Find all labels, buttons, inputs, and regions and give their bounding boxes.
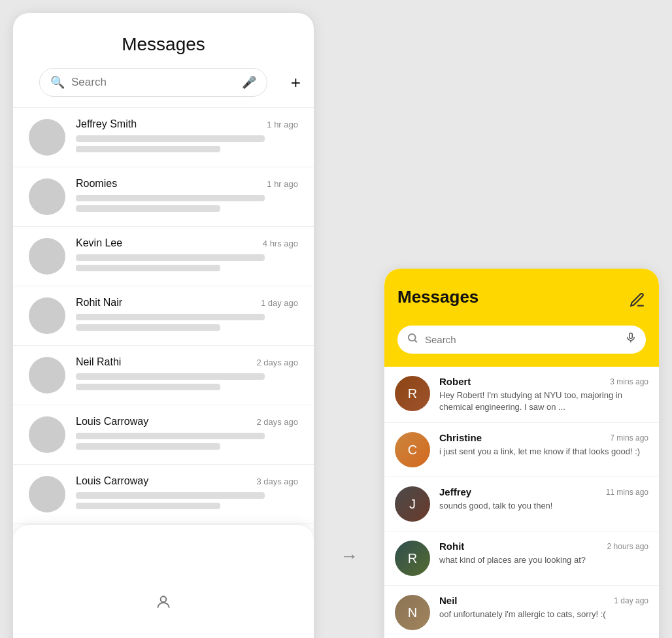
left-list-item[interactable]: Neil Rathi 2 days ago <box>13 346 314 405</box>
left-list-item[interactable]: Jeffrey Smith 1 hr ago <box>13 108 314 167</box>
preview-line-2 <box>76 265 220 271</box>
right-list-item[interactable]: R Rohit 2 hours ago what kind of places … <box>384 531 659 586</box>
contact-name: Jeffrey <box>439 486 471 497</box>
time-ago: 3 days ago <box>256 477 298 486</box>
avatar <box>29 416 65 453</box>
avatar <box>29 178 65 215</box>
left-phone: Messages 🔍 🎤 + Jeffrey Smith 1 hr ago <box>13 13 314 638</box>
message-header: Louis Carroway 3 days ago <box>76 475 298 487</box>
search-icon: 🔍 <box>50 75 65 90</box>
message-header: Roomies 1 hr ago <box>76 178 298 190</box>
time-right: 7 mins ago <box>610 433 648 443</box>
preview-line-2 <box>76 205 220 212</box>
avatar-photo: C <box>395 432 430 467</box>
avatar <box>29 357 65 394</box>
right-message-list: R Robert 3 mins ago Hey Robert! I'm stud… <box>384 367 659 638</box>
right-search-input[interactable] <box>425 334 618 345</box>
preview-line-2 <box>76 384 220 390</box>
message-content: Rohit 2 hours ago what kind of places ar… <box>439 541 648 566</box>
message-content: Roomies 1 hr ago <box>76 178 298 216</box>
contact-name: Robert <box>439 376 471 387</box>
avatar-photo: N <box>395 595 430 630</box>
time-ago: 4 hrs ago <box>263 239 298 248</box>
avatar <box>29 238 65 275</box>
preview-line-1 <box>76 195 265 201</box>
preview-line-2 <box>76 146 220 152</box>
nav-contacts-icon[interactable] <box>155 594 172 614</box>
contact-name: Rohit Nair <box>76 297 122 309</box>
message-header: Rohit 2 hours ago <box>439 541 648 552</box>
preview-line-1 <box>76 433 265 439</box>
svg-point-0 <box>161 597 167 603</box>
message-content: Christine 7 mins ago i just sent you a l… <box>439 432 648 458</box>
right-search-bar[interactable] <box>397 326 646 354</box>
message-header: Louis Carroway 2 days ago <box>76 416 298 428</box>
message-header: Neil 1 day ago <box>439 595 648 606</box>
time-right: 11 mins ago <box>606 488 648 497</box>
contact-name: Louis Carroway <box>76 475 148 487</box>
right-title: Messages <box>397 287 479 307</box>
preview-line-1 <box>76 254 265 261</box>
main-container: Messages 🔍 🎤 + Jeffrey Smith 1 hr ago <box>0 0 672 638</box>
microphone-icon[interactable]: 🎤 <box>242 75 256 90</box>
time-ago: 2 days ago <box>256 358 298 367</box>
message-header: Kevin Lee 4 hrs ago <box>76 237 298 249</box>
preview-line-2 <box>76 503 220 509</box>
svg-rect-13 <box>630 333 633 339</box>
avatar <box>29 476 65 512</box>
time-right: 1 day ago <box>614 596 648 605</box>
contact-name: Christine <box>439 432 482 443</box>
contact-name: Neil <box>439 595 458 606</box>
message-header: Rohit Nair 1 day ago <box>76 297 298 309</box>
svg-point-11 <box>409 334 416 341</box>
left-title: Messages <box>29 34 298 55</box>
message-content: Kevin Lee 4 hrs ago <box>76 237 298 275</box>
contact-name: Louis Carroway <box>76 416 148 428</box>
avatar <box>29 297 65 334</box>
time-ago: 1 day ago <box>261 298 298 308</box>
left-list-item[interactable]: Louis Carroway 2 days ago <box>13 405 314 465</box>
right-list-item[interactable]: N Neil 1 day ago oof unfortunately i'm a… <box>384 586 659 638</box>
right-phone: Messages R Robert 3 mins ago <box>384 269 659 638</box>
preview-text: i just sent you a link, let me know if t… <box>439 446 648 458</box>
message-header: Christine 7 mins ago <box>439 432 648 443</box>
left-search-bar[interactable]: 🔍 🎤 <box>39 68 267 97</box>
right-microphone-icon[interactable] <box>625 332 637 347</box>
preview-line-1 <box>76 135 265 142</box>
preview-text: Hey Robert! I'm studying at NYU too, maj… <box>439 390 648 413</box>
left-list-item[interactable]: Rohit Nair 1 day ago <box>13 286 314 346</box>
left-list-item[interactable]: Roomies 1 hr ago <box>13 167 314 227</box>
left-search-input[interactable] <box>71 76 235 89</box>
time-right: 2 hours ago <box>607 542 648 551</box>
left-header: Messages <box>13 13 314 63</box>
avatar <box>29 119 65 156</box>
message-header: Jeffrey Smith 1 hr ago <box>76 118 298 130</box>
message-content: Neil 1 day ago oof unfortunately i'm all… <box>439 595 648 620</box>
message-header: Neil Rathi 2 days ago <box>76 356 298 368</box>
right-search-icon <box>407 332 418 347</box>
add-button[interactable]: + <box>291 73 301 93</box>
left-list-item[interactable]: Kevin Lee 4 hrs ago <box>13 227 314 286</box>
message-content: Louis Carroway 3 days ago <box>76 475 298 513</box>
preview-line-1 <box>76 373 265 380</box>
message-content: Jeffrey 11 mins ago sounds good, talk to… <box>439 486 648 512</box>
right-list-item[interactable]: C Christine 7 mins ago i just sent you a… <box>384 423 659 477</box>
time-ago: 2 days ago <box>256 417 298 427</box>
message-content: Jeffrey Smith 1 hr ago <box>76 118 298 156</box>
preview-text: sounds good, talk to you then! <box>439 500 648 512</box>
left-bottom-nav <box>13 524 314 638</box>
contact-name: Kevin Lee <box>76 237 122 249</box>
time-right: 3 mins ago <box>610 377 648 386</box>
right-list-item[interactable]: R Robert 3 mins ago Hey Robert! I'm stud… <box>384 367 659 423</box>
right-list-item[interactable]: J Jeffrey 11 mins ago sounds good, talk … <box>384 477 659 531</box>
avatar-photo: R <box>395 376 430 411</box>
contact-name: Rohit <box>439 541 464 552</box>
message-header: Jeffrey 11 mins ago <box>439 486 648 497</box>
preview-line-1 <box>76 492 265 499</box>
preview-text: what kind of places are you looking at? <box>439 554 648 566</box>
compose-icon[interactable] <box>629 292 646 312</box>
left-list-item[interactable]: Louis Carroway 3 days ago <box>13 465 314 524</box>
preview-text: oof unfortunately i'm allergic to cats, … <box>439 609 648 620</box>
arrow-indicator: → <box>340 546 358 567</box>
contact-name: Jeffrey Smith <box>76 118 137 130</box>
